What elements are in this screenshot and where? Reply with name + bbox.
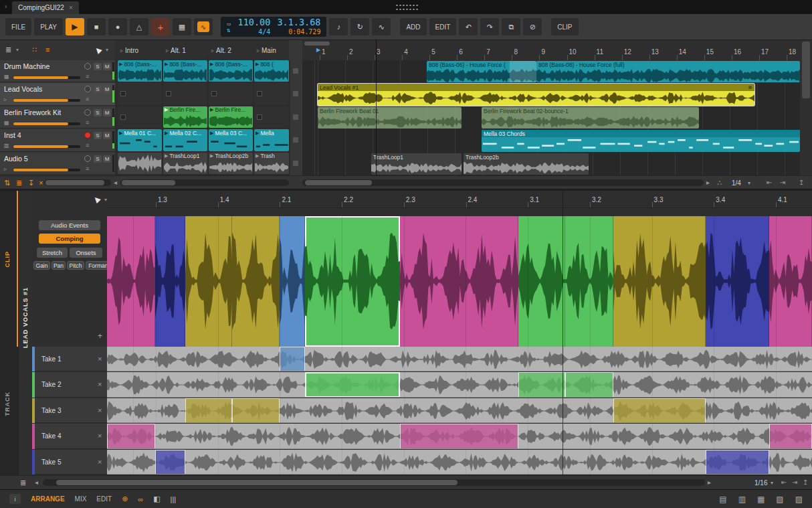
volume-fader[interactable]: [13, 145, 80, 148]
track-list-small-icon[interactable]: ≣: [16, 179, 22, 187]
record-button[interactable]: ●: [108, 18, 127, 35]
play-button[interactable]: ▶: [66, 18, 84, 35]
editor-scroll-left-icon[interactable]: ◂: [35, 479, 38, 486]
time-signature[interactable]: 4/4: [258, 28, 270, 36]
scene-header[interactable]: ▹Alt. 1: [163, 43, 207, 58]
take-highlight[interactable]: [706, 450, 769, 475]
comp-segment[interactable]: [305, 216, 400, 347]
zoom-scroll-handle[interactable]: [304, 41, 330, 46]
solo-button[interactable]: S: [94, 109, 102, 116]
browser-panel-icon[interactable]: ▤: [719, 495, 726, 504]
arranger-clip[interactable]: Mella 03 Chords: [482, 130, 800, 151]
gain-button[interactable]: Gain: [33, 261, 50, 270]
mix-tab[interactable]: MIX: [75, 495, 87, 503]
download-icon[interactable]: ▧: [776, 495, 783, 504]
take-highlight[interactable]: [185, 398, 232, 423]
take-lane[interactable]: [107, 372, 812, 397]
redo-button[interactable]: ↷: [480, 18, 499, 35]
clip-slot[interactable]: [118, 106, 162, 128]
volume-fader[interactable]: [13, 76, 80, 79]
scroll-left-icon[interactable]: ◂: [114, 179, 117, 186]
clip-slot[interactable]: ▶808 (Bass-...: [209, 60, 253, 82]
launcher-panel-button[interactable]: ▦: [173, 18, 191, 35]
header-scroll-handle[interactable]: [45, 180, 104, 185]
record-arm-button[interactable]: [84, 63, 91, 70]
take-highlight[interactable]: [769, 424, 812, 448]
take-delete-button[interactable]: ×: [98, 432, 102, 440]
arranger-clip[interactable]: TrashLoop2b: [464, 153, 589, 175]
track-stop-button[interactable]: [293, 91, 298, 96]
launcher-scroll-handle[interactable]: [122, 180, 175, 185]
scene-play-icon[interactable]: ▹: [257, 48, 260, 54]
arranger-vscrollbar[interactable]: [800, 40, 812, 175]
editor-grid-value[interactable]: 1/16: [754, 479, 767, 487]
clip-slot[interactable]: ▶Berlin Fire...: [163, 106, 207, 128]
clip-play-icon[interactable]: ▶: [165, 153, 168, 159]
take-highlight[interactable]: [400, 424, 518, 448]
pan-button[interactable]: Pan: [52, 261, 66, 270]
scene-play-icon[interactable]: ▹: [166, 48, 169, 54]
clip-slot[interactable]: ▶Mella 02 C...: [163, 129, 207, 151]
edit-menu-button[interactable]: EDIT: [429, 18, 457, 35]
clip-play-icon[interactable]: ▶: [210, 131, 213, 136]
arranger-grid-caret-icon[interactable]: ▾: [748, 180, 750, 186]
solo-button[interactable]: S: [94, 155, 102, 163]
clip-play-icon[interactable]: ▶: [256, 153, 259, 159]
project-tab[interactable]: CompingGUI22 ×: [12, 1, 79, 14]
clip-menu-button[interactable]: CLIP: [551, 18, 578, 35]
take-highlight[interactable]: [305, 372, 400, 397]
clip-slot[interactable]: ▶TrashLoop2b: [209, 153, 253, 174]
position-value[interactable]: 3.1.3.68: [277, 17, 320, 28]
clip-slot[interactable]: [118, 83, 162, 104]
record-arm-button[interactable]: [84, 109, 91, 116]
take-lane[interactable]: [107, 450, 812, 475]
take-delete-button[interactable]: ×: [98, 458, 102, 466]
insert-track-icon[interactable]: ↧: [28, 179, 34, 187]
editor-grid-caret-icon[interactable]: ▾: [771, 480, 773, 486]
take-label[interactable]: Take 4×: [32, 424, 107, 448]
take-label[interactable]: Take 3×: [32, 398, 107, 423]
comp-segment[interactable]: [706, 216, 769, 347]
display-screen-icon[interactable]: ▭: [227, 21, 231, 26]
arranger-clip[interactable]: 808 (Bass-06) - House Force (: [427, 61, 536, 82]
next-bar-icon[interactable]: ⇥: [780, 179, 785, 186]
zoom-fit-icon[interactable]: ↥: [799, 179, 804, 186]
volume-fader[interactable]: [13, 122, 80, 125]
link-icon[interactable]: ∞: [138, 495, 143, 503]
arranger-cursor-tool[interactable]: ▶: [93, 46, 103, 56]
scene-header[interactable]: ▹Alt. 2: [209, 43, 253, 58]
comp-segment[interactable]: [155, 216, 185, 347]
prev-bar-icon[interactable]: ⇤: [767, 179, 772, 186]
editor-cursor-tool[interactable]: ▶: [92, 195, 102, 205]
clip-play-icon[interactable]: ▶: [210, 153, 213, 159]
editor-zoom-fit-icon[interactable]: ↥: [803, 479, 808, 486]
clip-play-icon[interactable]: ▶: [119, 131, 122, 136]
clip-play-icon[interactable]: ▶: [119, 62, 122, 67]
record-arm-button[interactable]: [84, 132, 91, 139]
inspector-panel-icon[interactable]: ▥: [738, 495, 746, 504]
duplicate-button[interactable]: ⧉: [502, 18, 520, 35]
take-highlight[interactable]: [232, 398, 280, 423]
arranger-hscrollbar[interactable]: [302, 179, 704, 186]
arranger-playhead[interactable]: [376, 40, 377, 175]
arranger-clip[interactable]: 808 (Bass-08) - House Force (full): [536, 61, 800, 82]
scene-header[interactable]: ▹Intro: [118, 43, 162, 58]
clip-slot[interactable]: [163, 83, 207, 104]
clip-play-icon[interactable]: ▶: [210, 107, 213, 112]
clip-play-icon[interactable]: ▶: [256, 131, 259, 136]
edit-tab[interactable]: EDIT: [96, 495, 112, 503]
take-label[interactable]: Take 1×: [32, 347, 107, 371]
list-view-icon[interactable]: ≡: [45, 46, 49, 54]
editor-track-name[interactable]: LEAD VOCALS #1: [22, 271, 29, 348]
delete-button[interactable]: ⊘: [523, 18, 542, 35]
comp-segment[interactable]: [518, 216, 565, 347]
track-menu-icon[interactable]: ≡: [86, 142, 89, 149]
tab-close-icon[interactable]: ×: [69, 4, 73, 11]
track-stop-button[interactable]: [293, 161, 298, 166]
lane-layers-icon[interactable]: ≣: [20, 479, 26, 487]
groove-button[interactable]: ♪: [329, 18, 348, 35]
pitch-button[interactable]: Pitch: [67, 261, 84, 270]
editor-scroll-right-icon[interactable]: ▸: [708, 479, 711, 486]
clip-play-icon[interactable]: ▶: [165, 62, 168, 67]
scene-play-icon[interactable]: ▹: [211, 48, 214, 54]
